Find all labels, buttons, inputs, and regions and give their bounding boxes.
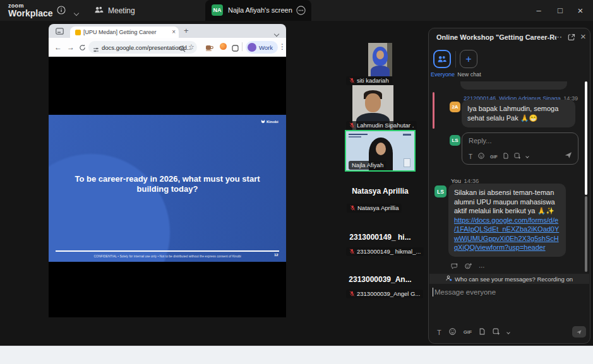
screen-tab-label: Najla Afiyah's screen: [228, 6, 292, 14]
siti-body-shape: [371, 66, 390, 76]
google-slides-icon: [75, 30, 81, 35]
muted-mic-icon: [349, 291, 355, 296]
virtual-bg-text-line: [349, 134, 368, 135]
screenshot-icon[interactable]: [514, 153, 520, 160]
browser-menu-icon[interactable]: ⋮: [279, 42, 286, 51]
extension-orange-icon[interactable]: [220, 43, 227, 50]
compose-area[interactable]: Message everyone T GIF: [429, 284, 590, 344]
message-text: Silakan isi absensi teman-teman alumni U…: [454, 189, 555, 214]
slide-footer: CONFIDENTIAL • Solely for internal use o…: [49, 254, 286, 258]
back-icon[interactable]: ←: [54, 43, 62, 52]
popout-icon[interactable]: [568, 33, 575, 42]
new-chat-label: New chat: [455, 71, 483, 78]
title-bar: zoom Workplace Meeting NA Najla Afiyah's…: [0, 0, 593, 21]
message-actions: ⋯: [451, 263, 485, 271]
info-icon[interactable]: [57, 6, 66, 16]
refresh-icon[interactable]: [79, 44, 86, 53]
minimize-button[interactable]: –: [529, 0, 549, 21]
chat-title: Online Workshop "Getting Career-Ready: U…: [436, 33, 556, 41]
privacy-notice-bar[interactable]: Who can see your messages? Recording on: [429, 274, 589, 284]
screenshot-icon[interactable]: [493, 328, 500, 336]
message-more-icon[interactable]: ⋯: [479, 264, 485, 271]
muted-mic-icon: [350, 205, 356, 211]
tab-search-icon[interactable]: [56, 27, 64, 37]
chevron-down-icon[interactable]: [75, 8, 78, 17]
profile-button[interactable]: Work: [246, 41, 278, 54]
compose-placeholder: Message everyone: [434, 288, 496, 296]
extension-coffee-icon[interactable]: [205, 43, 213, 54]
chat-more-icon[interactable]: ⋯: [554, 32, 562, 42]
emoji-icon[interactable]: [449, 328, 456, 336]
gif-icon[interactable]: GIF: [464, 329, 472, 335]
chat-scrollbar-thumb[interactable]: [585, 81, 587, 195]
avatar-ls: LS: [450, 135, 460, 146]
presentation-viewport: Kinobi To be career-ready in 2026, what …: [49, 57, 286, 317]
muted-mic-icon: [349, 122, 355, 128]
bookmark-star-icon[interactable]: ☆: [188, 43, 195, 51]
participant-label: Natasya Aprillia: [347, 204, 402, 213]
partial-message-bubble: [460, 81, 567, 90]
najla-face-shape: [376, 143, 386, 155]
virtual-bg-logo: [403, 134, 411, 136]
participant-label: 2313000149_ hikmal_...: [346, 247, 424, 256]
reply-placeholder: Reply...: [469, 137, 491, 144]
address-bar[interactable]: docs.google.com/presentation/d... ☆: [88, 41, 197, 54]
participant-label: 2313000039_Angel G...: [346, 290, 423, 298]
browser-toolbar: ← → docs.google.com/presentation/d... ☆: [49, 38, 286, 57]
tab-meeting[interactable]: Meeting: [94, 5, 135, 16]
browser-tab-strip: [UPU Medan] Getting Career × +: [49, 24, 286, 38]
message-bubble: Silakan isi absensi teman-teman alumni U…: [448, 184, 566, 257]
more-options-chevron-icon[interactable]: [506, 331, 510, 334]
background-poster: [404, 158, 410, 167]
tab-close-icon[interactable]: ×: [172, 28, 176, 35]
avatar-ls: LS: [434, 185, 446, 197]
emoji-icon[interactable]: [478, 153, 484, 160]
new-chat-button[interactable]: +: [460, 50, 477, 68]
add-reaction-icon[interactable]: [465, 263, 472, 271]
compose-toolbar: T GIF: [437, 328, 510, 336]
forward-icon[interactable]: →: [67, 43, 75, 52]
tab-everyone[interactable]: [433, 50, 451, 68]
quote-reply-icon[interactable]: [451, 263, 458, 271]
maximize-button[interactable]: □: [550, 0, 570, 21]
reply-send-icon[interactable]: [564, 151, 573, 162]
video-tile-siti[interactable]: [368, 43, 392, 76]
muted-mic-icon: [349, 249, 355, 254]
chat-scrollbar-track[interactable]: [585, 196, 587, 272]
everyone-group-icon: [437, 55, 447, 64]
site-settings-icon: [93, 44, 99, 56]
text-caret: [433, 288, 433, 296]
chat-close-icon[interactable]: ×: [580, 31, 586, 42]
file-icon[interactable]: [503, 153, 508, 160]
zoom-level-icon[interactable]: [179, 44, 186, 55]
window-close-button[interactable]: ×: [570, 0, 590, 21]
reply-box[interactable]: Reply... T GIF: [462, 132, 578, 165]
privacy-person-icon: [446, 275, 452, 283]
gif-icon[interactable]: GIF: [490, 155, 498, 159]
participant-label: Najla Afiyah: [349, 161, 386, 170]
browser-tab-slides[interactable]: [UPU Medan] Getting Career ×: [70, 26, 179, 38]
absensi-form-link[interactable]: https://docs.google.com/forms/d/e/1FAIpQ…: [454, 216, 559, 252]
workplace-logo: Workplace: [8, 8, 53, 18]
virtual-bg-text-line: [349, 136, 361, 138]
tab-najla-screen[interactable]: NA Najla Afiyah's screen: [205, 0, 311, 21]
format-text-icon[interactable]: T: [437, 329, 441, 336]
more-options-chevron-icon[interactable]: [525, 155, 529, 158]
chat-messages: 2212000146_Widion Adrianus Sinaga 14:39 …: [429, 81, 590, 274]
zoom-workplace-window: zoom Workplace Meeting NA Najla Afiyah's…: [0, 0, 593, 364]
participant-label: Lahmudin Sipahutar .: [346, 121, 417, 130]
file-icon[interactable]: [479, 328, 485, 336]
new-tab-icon[interactable]: +: [184, 26, 189, 35]
participant-name: 2313000149_ hi...: [345, 233, 416, 242]
extension-box-icon[interactable]: [232, 43, 239, 54]
format-text-icon[interactable]: T: [469, 153, 472, 160]
toolbar-divider: [242, 42, 243, 51]
video-tile-najla-active-speaker[interactable]: Najla Afiyah: [345, 130, 416, 172]
tab-strip-chevron-icon[interactable]: [275, 28, 279, 38]
shared-screen-browser: [UPU Medan] Getting Career × + ← → docs.…: [49, 24, 286, 317]
send-button[interactable]: [572, 326, 586, 338]
privacy-notice-text: Who can see your messages? Recording on: [455, 276, 573, 283]
tab-more-icon[interactable]: [296, 6, 306, 17]
tabs-divider: [455, 51, 456, 68]
slide-page-number: 12: [274, 253, 279, 257]
